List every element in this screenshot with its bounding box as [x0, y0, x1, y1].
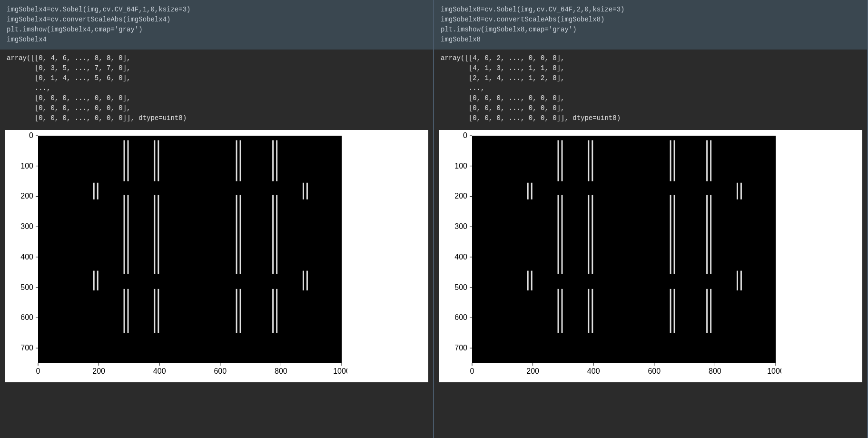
svg-text:0: 0 — [36, 367, 40, 375]
svg-text:200: 200 — [20, 192, 33, 200]
svg-text:600: 600 — [648, 367, 661, 375]
svg-rect-26 — [276, 195, 277, 274]
svg-rect-27 — [272, 289, 274, 333]
output-text-right: array([[4, 0, 2, ..., 0, 0, 8], [4, 1, 3… — [434, 50, 867, 127]
svg-rect-23 — [272, 140, 274, 181]
svg-rect-91 — [740, 183, 742, 199]
svg-rect-6 — [128, 140, 129, 181]
svg-rect-76 — [588, 289, 589, 333]
svg-rect-7 — [124, 195, 125, 274]
svg-rect-82 — [670, 289, 671, 333]
svg-rect-29 — [303, 183, 304, 199]
svg-rect-22 — [240, 289, 241, 333]
svg-rect-86 — [706, 195, 708, 274]
svg-rect-16 — [158, 289, 159, 333]
svg-rect-88 — [706, 289, 708, 333]
svg-rect-79 — [674, 140, 675, 181]
svg-rect-4 — [97, 271, 99, 290]
svg-text:800: 800 — [275, 367, 287, 375]
svg-rect-0 — [38, 136, 342, 363]
svg-rect-12 — [158, 140, 159, 181]
svg-rect-5 — [124, 140, 125, 181]
svg-text:100: 100 — [454, 162, 467, 170]
svg-rect-89 — [710, 289, 711, 333]
svg-rect-3 — [93, 271, 95, 290]
svg-text:800: 800 — [709, 367, 721, 375]
svg-rect-8 — [128, 195, 129, 274]
code-cell-right[interactable]: imgSobelx8=cv.Sobel(img,cv.CV_64F,2,0,ks… — [434, 0, 867, 50]
svg-text:0: 0 — [29, 131, 33, 139]
svg-rect-62 — [527, 183, 529, 199]
svg-text:600: 600 — [454, 313, 467, 321]
svg-rect-66 — [558, 140, 559, 181]
svg-text:200: 200 — [454, 192, 467, 200]
svg-text:1000: 1000 — [333, 367, 347, 375]
svg-rect-20 — [240, 195, 241, 274]
svg-text:700: 700 — [454, 344, 467, 352]
code-cell-left[interactable]: imgSobelx4=cv.Sobel(img,cv.CV_64F,1,0,ks… — [0, 0, 433, 50]
svg-rect-28 — [276, 289, 277, 333]
svg-rect-67 — [562, 140, 563, 181]
right-pane: imgSobelx8=cv.Sobel(img,cv.CV_64F,2,0,ks… — [434, 0, 868, 438]
svg-rect-1 — [93, 183, 95, 199]
plot-container-right: 020040060080010000100200300400500600700 — [434, 127, 867, 382]
svg-text:500: 500 — [454, 283, 467, 291]
svg-rect-25 — [272, 195, 274, 274]
svg-rect-18 — [240, 140, 241, 181]
svg-text:100: 100 — [20, 162, 33, 170]
svg-text:600: 600 — [214, 367, 227, 375]
svg-rect-9 — [124, 289, 125, 333]
svg-text:0: 0 — [470, 367, 474, 375]
svg-rect-74 — [588, 195, 589, 274]
svg-rect-84 — [706, 140, 708, 181]
svg-rect-83 — [674, 289, 675, 333]
plot-left: 020040060080010000100200300400500600700 — [5, 130, 428, 382]
svg-rect-61 — [472, 136, 776, 363]
svg-rect-92 — [737, 271, 738, 290]
svg-rect-17 — [236, 140, 237, 181]
svg-text:700: 700 — [20, 344, 33, 352]
svg-rect-85 — [710, 140, 711, 181]
svg-rect-63 — [531, 183, 533, 199]
svg-rect-68 — [558, 195, 559, 274]
svg-rect-75 — [592, 195, 593, 274]
svg-rect-69 — [562, 195, 563, 274]
svg-rect-10 — [128, 289, 129, 333]
svg-rect-32 — [306, 271, 308, 290]
svg-rect-93 — [740, 271, 742, 290]
plot-container-left: 020040060080010000100200300400500600700 — [0, 127, 433, 382]
svg-text:400: 400 — [20, 253, 33, 261]
svg-text:400: 400 — [153, 367, 166, 375]
plot-left-svg: 020040060080010000100200300400500600700 — [5, 130, 347, 382]
svg-rect-70 — [558, 289, 559, 333]
svg-rect-72 — [588, 140, 589, 181]
svg-text:0: 0 — [463, 131, 467, 139]
svg-rect-65 — [531, 271, 533, 290]
svg-text:1000: 1000 — [767, 367, 781, 375]
svg-rect-87 — [710, 195, 711, 274]
svg-rect-19 — [236, 195, 237, 274]
svg-rect-77 — [592, 289, 593, 333]
svg-rect-24 — [276, 140, 277, 181]
svg-text:400: 400 — [587, 367, 600, 375]
svg-rect-13 — [154, 195, 155, 274]
svg-rect-78 — [670, 140, 671, 181]
svg-rect-31 — [303, 271, 304, 290]
svg-text:600: 600 — [20, 313, 33, 321]
svg-rect-14 — [158, 195, 159, 274]
svg-rect-80 — [670, 195, 671, 274]
output-text-left: array([[0, 4, 6, ..., 8, 8, 0], [0, 3, 5… — [0, 50, 433, 127]
svg-rect-15 — [154, 289, 155, 333]
svg-text:200: 200 — [526, 367, 539, 375]
svg-rect-11 — [154, 140, 155, 181]
svg-text:300: 300 — [20, 222, 33, 230]
svg-rect-71 — [562, 289, 563, 333]
plot-right-svg: 020040060080010000100200300400500600700 — [439, 130, 781, 382]
plot-right: 020040060080010000100200300400500600700 — [439, 130, 862, 382]
left-pane: imgSobelx4=cv.Sobel(img,cv.CV_64F,1,0,ks… — [0, 0, 434, 438]
svg-rect-81 — [674, 195, 675, 274]
svg-rect-2 — [97, 183, 99, 199]
svg-text:200: 200 — [92, 367, 105, 375]
svg-text:400: 400 — [454, 253, 467, 261]
svg-rect-73 — [592, 140, 593, 181]
